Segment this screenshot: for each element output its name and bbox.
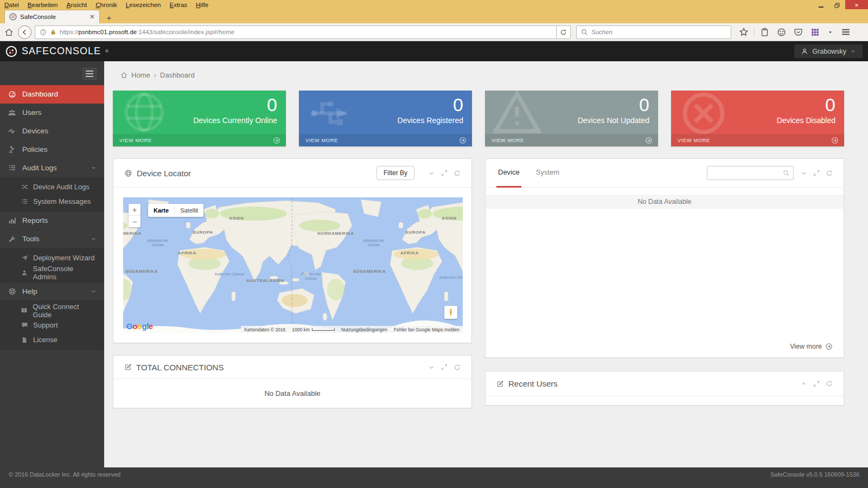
collapse-chevron-icon[interactable]: [428, 170, 435, 177]
lock-warning-icon[interactable]: [50, 29, 56, 35]
device-panel-empty-state: No Data Available: [486, 195, 844, 209]
pegman-control[interactable]: [444, 306, 457, 319]
tab-device[interactable]: Device: [496, 159, 521, 188]
shuffle-icon: [21, 183, 28, 190]
users-icon: [8, 108, 16, 117]
map-label-indik: Indischer Ozean: [438, 275, 463, 280]
breadcrumb-current: Dashboard: [160, 71, 195, 79]
sidebar-item-label: Reports: [22, 216, 48, 224]
refresh-icon[interactable]: [826, 170, 833, 177]
url-text: https://psnbmc01.prosoft.de:1443/safecon…: [60, 29, 234, 35]
sidebar-item-label: Audit Logs: [22, 164, 57, 172]
sidebar-item-reports[interactable]: Reports: [0, 211, 104, 230]
sidebar-item-policies[interactable]: Policies: [0, 140, 104, 159]
expand-icon[interactable]: [441, 170, 448, 176]
menu-bearbeiten[interactable]: Bearbeiten: [23, 1, 62, 9]
zoom-out-button[interactable]: −: [129, 216, 141, 227]
user-menu[interactable]: Grabowsky: [794, 44, 863, 58]
refresh-icon[interactable]: [826, 380, 833, 387]
sidebar-item-support[interactable]: Support: [0, 318, 104, 332]
menu-ansicht[interactable]: Ansicht: [62, 1, 92, 9]
safeconsole-logo-icon: [5, 46, 17, 57]
card-devices-not-updated[interactable]: 0 Devices Not Updated VIEW MORE: [485, 91, 658, 146]
card-view-more[interactable]: VIEW MORE: [671, 134, 844, 146]
sidebar-item-quick-connect-guide[interactable]: Quick Connect Guide: [0, 303, 104, 318]
home-button[interactable]: [4, 28, 14, 37]
sidebar-item-safeconsole-admins[interactable]: SafeConsole Admins: [0, 265, 104, 280]
sidebar-item-dashboard[interactable]: Dashboard: [0, 85, 104, 104]
sidebar-item-help[interactable]: Help: [0, 282, 104, 301]
sidebar-item-audit-logs[interactable]: Audit Logs: [0, 159, 104, 177]
sidebar-item-deployment-wizard[interactable]: Deployment Wizard: [0, 251, 104, 265]
pocket-icon[interactable]: [794, 28, 803, 37]
close-icon: ×: [854, 2, 858, 9]
breadcrumb-home[interactable]: Home: [131, 71, 150, 79]
sidebar-item-tools[interactable]: Tools: [0, 230, 104, 248]
sidebar-toggle-button[interactable]: [82, 68, 97, 80]
browser-search-field[interactable]: Suchen: [576, 25, 731, 39]
globe-watermark-icon: [120, 91, 168, 134]
card-view-more[interactable]: VIEW MORE: [113, 134, 286, 146]
info-icon[interactable]: [40, 29, 47, 36]
total-connections-panel: TOTAL CONNECTIONS No Data Available: [113, 355, 472, 408]
card-view-more[interactable]: VIEW MORE: [299, 134, 472, 146]
refresh-icon[interactable]: [454, 364, 461, 371]
panel-search-input[interactable]: [707, 166, 794, 180]
collapse-chevron-up-icon[interactable]: [800, 380, 807, 387]
map-label-atlantik: Atlantischer Ozean: [358, 239, 390, 247]
breadcrumb: Home › Dashboard: [120, 71, 868, 79]
map-terms-link[interactable]: Nutzungsbedingungen: [341, 327, 387, 332]
gavel-icon: [8, 145, 16, 153]
menu-chronik[interactable]: Chronik: [91, 1, 122, 9]
sidebar-item-device-audit-logs[interactable]: Device Audit Logs: [0, 179, 104, 194]
menu-hamburger-icon[interactable]: [841, 27, 851, 37]
clipboard-icon[interactable]: [760, 28, 769, 37]
browser-tab-safeconsole[interactable]: SafeConsole ✕: [4, 10, 100, 23]
apps-grid-icon[interactable]: [810, 28, 820, 37]
hello-smiley-icon[interactable]: [777, 28, 786, 37]
filter-by-button[interactable]: Filter By: [376, 166, 414, 180]
menu-hilfe[interactable]: Hilfe: [192, 1, 213, 9]
chevron-down-icon: [91, 288, 97, 294]
card-devices-registered[interactable]: 0 Devices Registered VIEW MORE: [299, 91, 472, 146]
sidebar-item-system-messages[interactable]: System Messages: [0, 194, 104, 209]
refresh-icon[interactable]: [454, 170, 461, 177]
search-icon: [581, 29, 588, 36]
url-bar[interactable]: https://psnbmc01.prosoft.de:1443/safecon…: [35, 25, 557, 39]
back-button[interactable]: [18, 25, 31, 39]
zoom-in-button[interactable]: +: [129, 204, 141, 215]
expand-icon[interactable]: [813, 170, 820, 176]
dashboard-icon: [8, 90, 16, 98]
card-devices-disabled[interactable]: 0 Devices Disabled VIEW MORE: [671, 91, 844, 146]
tab-close-icon[interactable]: ✕: [90, 13, 95, 21]
card-devices-online[interactable]: 0 Devices Currently Online VIEW MORE: [113, 91, 286, 146]
tab-system[interactable]: System: [534, 159, 561, 188]
google-logo[interactable]: Google: [126, 322, 153, 331]
sidebar-item-devices[interactable]: Devices: [0, 122, 104, 140]
dropdown-caret-icon[interactable]: [827, 29, 833, 35]
help-submenu: Quick Connect Guide Support License: [0, 301, 104, 350]
map-report-error-link[interactable]: Fehler bei Google Maps melden: [394, 327, 459, 332]
google-map[interactable]: NORDAMERIKA Atlantischer Ozean EUROPA AS…: [123, 197, 463, 333]
main-content: Home › Dashboard 0 Devices Currently Onl…: [104, 61, 868, 467]
expand-icon[interactable]: [441, 364, 448, 370]
menu-datei[interactable]: Datei: [0, 1, 23, 9]
menu-extras[interactable]: Extras: [165, 1, 192, 9]
arrow-circle-right-icon: [273, 137, 280, 144]
bookmark-star-icon[interactable]: [739, 27, 749, 37]
view-more-link[interactable]: View more: [790, 343, 833, 350]
browser-window: Datei Bearbeiten Ansicht Chronik Lesezei…: [0, 0, 868, 488]
expand-icon[interactable]: [813, 381, 820, 387]
new-tab-button[interactable]: +: [102, 11, 116, 23]
map-type-karte-button[interactable]: Karte: [148, 207, 174, 214]
map-zoom-control: + −: [129, 204, 141, 227]
sidebar-item-users[interactable]: Users: [0, 104, 104, 122]
collapse-chevron-icon[interactable]: [428, 364, 435, 371]
card-view-more[interactable]: VIEW MORE: [485, 134, 658, 146]
map-type-satellit-button[interactable]: Satellit: [175, 207, 203, 214]
map-label-nordamerika: NORDAMERIKA: [317, 231, 354, 236]
sidebar-item-license[interactable]: License: [0, 332, 104, 347]
collapse-chevron-icon[interactable]: [800, 170, 807, 177]
menu-lesezeichen[interactable]: Lesezeichen: [122, 1, 165, 9]
reload-button[interactable]: [557, 25, 571, 39]
